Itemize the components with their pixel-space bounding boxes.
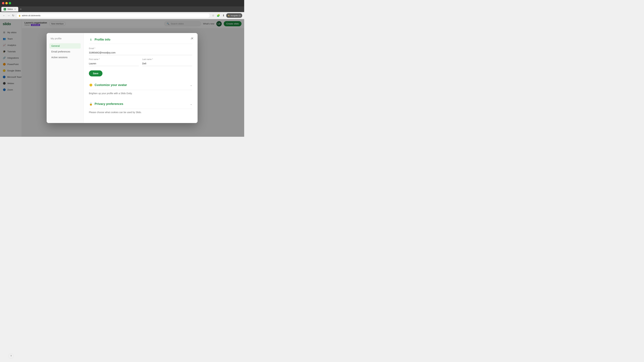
nav-bar: ← → ↻ 🔒 admin.sli.do/events ☆ 🧩 ⬇ 🕵 Inco… <box>0 12 244 19</box>
modal-nav-active-sessions[interactable]: Active sessions <box>49 55 81 60</box>
browser-chrome <box>0 0 244 6</box>
incognito-label: Incognito (2) <box>230 14 241 16</box>
forward-btn[interactable]: → <box>7 13 11 18</box>
active-sessions-nav-label: Active sessions <box>51 56 68 59</box>
profile-info-header: ℹ Profile info ⌃ <box>89 38 192 44</box>
tab-label: Slidos <box>8 8 13 10</box>
profile-info-section: ℹ Profile info ⌃ Email * First name * <box>89 38 192 76</box>
bookmark-btn[interactable]: ☆ <box>211 13 215 18</box>
avatar-desc-text: Brighten up your profile with a Slido Do… <box>89 92 132 95</box>
window-minimize-btn[interactable] <box>5 2 8 4</box>
extensions-btn[interactable]: 🧩 <box>216 13 221 18</box>
privacy-icon: 🔒 <box>89 102 93 106</box>
nav-arrows: ← → ↻ <box>2 13 15 18</box>
incognito-badge: 🕵 Incognito (2) <box>226 13 242 18</box>
modal-nav-email-prefs[interactable]: Email preferences <box>49 49 81 54</box>
save-button[interactable]: Save <box>89 70 102 76</box>
privacy-description: Please choose what cookies can be used b… <box>89 109 192 116</box>
email-prefs-nav-label: Email preferences <box>51 50 70 53</box>
nav-actions: ☆ 🧩 ⬇ 🕵 Incognito (2) <box>211 13 242 18</box>
app-container: slido ⊞ My slidos 👥 Team 📈 Analytics 🎓 T… <box>0 19 244 137</box>
avatar-toggle[interactable]: ⌄ <box>190 83 192 87</box>
url-bar[interactable]: 🔒 admin.sli.do/events <box>16 13 210 18</box>
tab-close-btn[interactable]: ✕ <box>14 8 16 10</box>
section-title-row: ℹ Profile info <box>89 38 110 42</box>
first-name-label: First name * <box>89 58 139 60</box>
privacy-title-row: 🔒 Privacy preferences <box>89 102 123 106</box>
name-form-row: First name * Last name * <box>89 58 192 69</box>
privacy-header: 🔒 Privacy preferences ⌄ <box>89 99 192 109</box>
tab-slidos[interactable]: S Slidos ✕ <box>1 7 18 11</box>
new-tab-btn[interactable]: + <box>19 7 23 11</box>
window-maximize-btn[interactable] <box>9 2 11 4</box>
window-controls <box>2 2 11 4</box>
avatar-icon: 🙂 <box>89 83 93 87</box>
email-form-group: Email * <box>89 47 192 55</box>
tab-bar: S Slidos ✕ + <box>0 6 244 12</box>
email-input[interactable] <box>89 50 192 55</box>
avatar-title-row: 🙂 Customize your avatar <box>89 83 127 87</box>
email-label: Email * <box>89 47 192 50</box>
profile-info-title: Profile info <box>94 38 110 41</box>
tab-favicon: S <box>4 8 6 10</box>
avatar-section-title: Customize your avatar <box>94 83 127 87</box>
avatar-section: 🙂 Customize your avatar ⌄ Brighten up yo… <box>89 80 192 97</box>
incognito-icon: 🕵 <box>228 14 230 16</box>
back-btn[interactable]: ← <box>2 13 6 18</box>
privacy-toggle[interactable]: ⌄ <box>190 102 192 106</box>
last-name-form-group: Last name * <box>142 58 192 66</box>
url-text: admin.sli.do/events <box>22 14 40 17</box>
profile-modal: My profile General Email preferences Act… <box>46 33 198 123</box>
window-close-btn[interactable] <box>2 2 4 4</box>
last-name-label: Last name * <box>142 58 192 60</box>
general-nav-label: General <box>51 44 60 47</box>
first-name-form-group: First name * <box>89 58 139 66</box>
modal-overlay[interactable]: My profile General Email preferences Act… <box>0 19 244 137</box>
privacy-section-title: Privacy preferences <box>94 102 123 106</box>
info-icon: ℹ <box>89 38 93 42</box>
modal-sidebar: My profile General Email preferences Act… <box>46 33 84 123</box>
avatar-description: Brighten up your profile with a Slido Do… <box>89 90 192 97</box>
refresh-btn[interactable]: ↻ <box>12 13 15 18</box>
avatar-header: 🙂 Customize your avatar ⌄ <box>89 80 192 90</box>
privacy-desc-text: Please choose what cookies can be used b… <box>89 111 142 114</box>
privacy-section: 🔒 Privacy preferences ⌄ Please choose wh… <box>89 99 192 116</box>
modal-title: My profile <box>49 37 81 40</box>
download-btn[interactable]: ⬇ <box>222 13 225 18</box>
first-name-input[interactable] <box>89 61 139 66</box>
secure-icon: 🔒 <box>18 14 21 16</box>
last-name-input[interactable] <box>142 61 192 66</box>
modal-close-btn[interactable]: ✕ <box>190 36 195 41</box>
modal-nav-general[interactable]: General <box>49 43 81 49</box>
modal-body: ℹ Profile info ⌃ Email * First name * <box>84 33 198 123</box>
